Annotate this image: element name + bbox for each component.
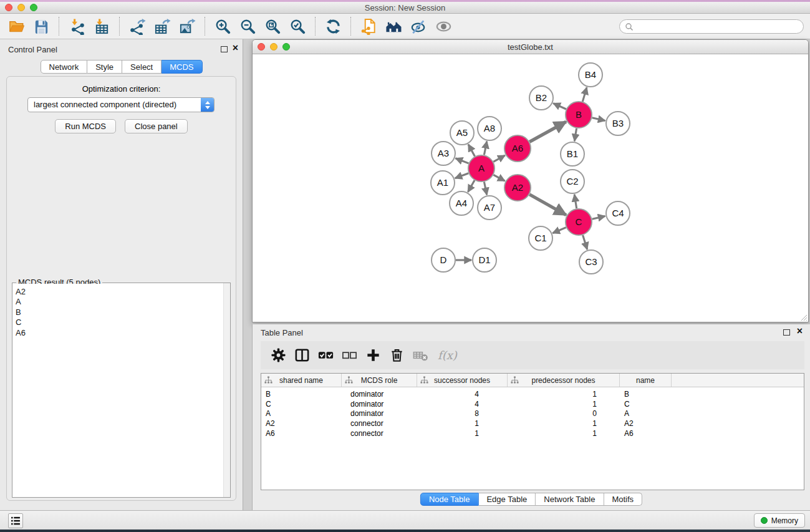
show-details-icon[interactable]	[431, 15, 456, 37]
result-scrollbar[interactable]	[223, 283, 230, 497]
table-cell[interactable]: 1	[508, 419, 620, 428]
network-file-icon[interactable]	[356, 15, 381, 37]
dropdown-stepper-icon[interactable]	[201, 98, 214, 112]
tab-network-table[interactable]: Network Table	[536, 493, 604, 506]
column-header-name[interactable]: name	[620, 374, 672, 387]
table-cell[interactable]: 1	[508, 429, 620, 438]
zoom-selected-icon[interactable]	[285, 15, 310, 37]
mcds-result-item[interactable]: C	[16, 317, 223, 327]
table-cell[interactable]: dominator	[342, 400, 417, 409]
graph-node-A2[interactable]: A2	[504, 175, 531, 201]
graph-node-A8[interactable]: A8	[478, 117, 501, 140]
graph-node-A[interactable]: A	[468, 155, 494, 181]
table-cell[interactable]: 1	[417, 419, 508, 428]
table-row[interactable]: A6connector11A6	[261, 428, 804, 438]
table-row[interactable]: Bdominator41B	[261, 389, 804, 399]
import-network-icon[interactable]	[64, 15, 89, 37]
minimize-window-light[interactable]	[17, 4, 25, 11]
column-header-successor-nodes[interactable]: successor nodes	[417, 374, 508, 387]
memory-button[interactable]: Memory	[754, 513, 805, 528]
table-cell[interactable]: 1	[508, 390, 620, 399]
save-icon[interactable]	[29, 15, 54, 37]
graph-node-B[interactable]: B	[566, 102, 592, 128]
close-window-light[interactable]	[5, 4, 12, 11]
table-cell[interactable]: 8	[417, 409, 508, 418]
zoom-window-light[interactable]	[30, 4, 37, 11]
trash-icon[interactable]	[388, 346, 406, 365]
close-panel-icon[interactable]: ×	[233, 42, 238, 54]
select-all-icon[interactable]	[317, 346, 335, 365]
table-cell[interactable]: A	[620, 409, 672, 418]
mcds-result-item[interactable]: A	[16, 297, 223, 307]
hide-details-icon[interactable]	[406, 15, 431, 37]
graph-node-B4[interactable]: B4	[579, 63, 602, 87]
mcds-result-item[interactable]: A6	[16, 328, 223, 338]
gear-icon[interactable]	[269, 346, 287, 365]
table-cell[interactable]: connector	[342, 419, 417, 428]
table-cell[interactable]: dominator	[342, 390, 417, 399]
table-cell[interactable]: C	[261, 400, 342, 409]
tab-style[interactable]: Style	[87, 60, 122, 74]
split-table-icon[interactable]	[293, 346, 311, 365]
graph-node-C3[interactable]: C3	[579, 250, 603, 274]
table-cell[interactable]: 1	[417, 429, 508, 438]
search-box[interactable]	[619, 19, 804, 34]
close-panel-button[interactable]: Close panel	[125, 119, 188, 133]
table-cell[interactable]: A	[261, 409, 342, 418]
table-row[interactable]: A2connector11A2	[261, 418, 804, 428]
graph-node-A7[interactable]: A7	[478, 196, 501, 220]
main-titlebar[interactable]: Session: New Session	[0, 2, 810, 14]
export-image-icon[interactable]	[175, 15, 200, 37]
graph-node-C1[interactable]: C1	[529, 226, 552, 250]
tab-motifs[interactable]: Motifs	[604, 493, 642, 506]
graph-node-D1[interactable]: D1	[473, 248, 496, 272]
add-icon[interactable]	[364, 346, 382, 365]
table-cell[interactable]: dominator	[342, 409, 417, 418]
float-panel-icon[interactable]	[221, 46, 228, 52]
run-mcds-button[interactable]: Run MCDS	[55, 119, 116, 133]
table-cell[interactable]: B	[620, 390, 672, 399]
tab-node-table[interactable]: Node Table	[420, 493, 479, 506]
table-cell[interactable]: C	[620, 400, 672, 409]
export-network-icon[interactable]	[125, 15, 150, 37]
graph-node-A3[interactable]: A3	[432, 142, 455, 165]
table-close-panel-icon[interactable]: ×	[797, 325, 803, 337]
graph-node-B3[interactable]: B3	[606, 112, 630, 135]
table-row[interactable]: Adominator80A	[261, 409, 804, 418]
tab-select[interactable]: Select	[122, 60, 162, 74]
refresh-icon[interactable]	[321, 15, 345, 37]
table-cell[interactable]: 0	[508, 409, 620, 418]
import-table-icon[interactable]	[89, 15, 114, 37]
graph-node-B2[interactable]: B2	[529, 86, 553, 110]
table-cell[interactable]: B	[261, 390, 342, 399]
mcds-result-item[interactable]: B	[16, 307, 223, 317]
tab-mcds[interactable]: MCDS	[162, 60, 202, 74]
table-cell[interactable]: 4	[417, 400, 508, 409]
table-cell[interactable]: A6	[261, 429, 342, 438]
optimization-criterion-dropdown[interactable]: largest connected component (directed)	[27, 97, 215, 112]
open-folder-icon[interactable]	[4, 15, 29, 37]
table-float-panel-icon[interactable]	[783, 329, 790, 336]
resize-grip-icon[interactable]	[799, 312, 808, 321]
column-header-predecessor-nodes[interactable]: predecessor nodes	[508, 374, 620, 387]
column-header-MCDS-role[interactable]: MCDS role	[342, 374, 417, 387]
network-close-light[interactable]	[258, 43, 265, 51]
zoom-out-icon[interactable]	[235, 15, 260, 37]
export-table-icon[interactable]	[150, 15, 175, 37]
table-cell[interactable]: 1	[508, 400, 620, 409]
tab-edge-table[interactable]: Edge Table	[478, 493, 536, 506]
graph-node-C2[interactable]: C2	[561, 170, 584, 193]
graph-node-C4[interactable]: C4	[606, 201, 630, 225]
mcds-result-list[interactable]: A2ABCA6	[13, 284, 223, 496]
deselect-all-icon[interactable]	[340, 346, 359, 365]
graph-node-A5[interactable]: A5	[450, 121, 474, 145]
graph-node-D[interactable]: D	[432, 248, 455, 272]
zoom-fit-icon[interactable]	[260, 15, 285, 37]
search-input[interactable]	[634, 21, 803, 32]
network-window-titlebar[interactable]: testGlobe.txt	[253, 40, 808, 54]
tab-network[interactable]: Network	[40, 60, 87, 74]
table-cell[interactable]: A2	[261, 419, 342, 428]
table-row[interactable]: Cdominator41C	[261, 399, 804, 409]
network-minimize-light[interactable]	[270, 43, 277, 51]
table-cell[interactable]: 4	[417, 390, 508, 399]
